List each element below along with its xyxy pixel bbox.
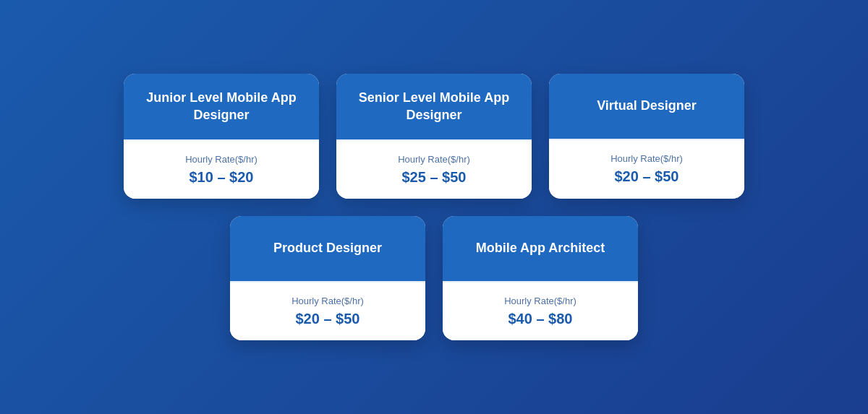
card-header-senior-mobile-designer: Senior Level Mobile App Designer bbox=[336, 74, 532, 139]
hourly-label-junior-mobile-designer: Hourly Rate($/hr) bbox=[138, 154, 305, 165]
hourly-label-mobile-app-architect: Hourly Rate($/hr) bbox=[457, 296, 624, 306]
card-virtual-designer: Virtual Designer Hourly Rate($/hr) $20 –… bbox=[549, 74, 744, 199]
row-bottom: Product Designer Hourly Rate($/hr) $20 –… bbox=[230, 216, 638, 340]
card-header-mobile-app-architect: Mobile App Architect bbox=[443, 216, 638, 281]
main-container: Junior Level Mobile App Designer Hourly … bbox=[102, 52, 766, 362]
row-top: Junior Level Mobile App Designer Hourly … bbox=[124, 74, 744, 199]
card-header-junior-mobile-designer: Junior Level Mobile App Designer bbox=[124, 74, 319, 139]
hourly-label-senior-mobile-designer: Hourly Rate($/hr) bbox=[351, 154, 517, 165]
card-title-mobile-app-architect: Mobile App Architect bbox=[476, 240, 605, 256]
card-header-product-designer: Product Designer bbox=[230, 216, 425, 281]
hourly-label-virtual-designer: Hourly Rate($/hr) bbox=[563, 153, 730, 164]
price-range-mobile-app-architect: $40 – $80 bbox=[457, 311, 624, 327]
price-range-product-designer: $20 – $50 bbox=[244, 311, 411, 327]
price-range-senior-mobile-designer: $25 – $50 bbox=[351, 169, 517, 186]
card-title-product-designer: Product Designer bbox=[273, 240, 382, 256]
hourly-label-product-designer: Hourly Rate($/hr) bbox=[244, 296, 411, 306]
price-range-junior-mobile-designer: $10 – $20 bbox=[138, 169, 305, 186]
card-body-senior-mobile-designer: Hourly Rate($/hr) $25 – $50 bbox=[336, 139, 532, 199]
card-mobile-app-architect: Mobile App Architect Hourly Rate($/hr) $… bbox=[443, 216, 638, 340]
card-body-junior-mobile-designer: Hourly Rate($/hr) $10 – $20 bbox=[124, 139, 319, 199]
card-body-product-designer: Hourly Rate($/hr) $20 – $50 bbox=[230, 281, 425, 340]
card-senior-mobile-designer: Senior Level Mobile App Designer Hourly … bbox=[336, 74, 532, 199]
card-title-junior-mobile-designer: Junior Level Mobile App Designer bbox=[138, 90, 305, 124]
card-title-virtual-designer: Virtual Designer bbox=[597, 98, 697, 114]
card-body-virtual-designer: Hourly Rate($/hr) $20 – $50 bbox=[549, 139, 744, 198]
card-product-designer: Product Designer Hourly Rate($/hr) $20 –… bbox=[230, 216, 425, 340]
card-body-mobile-app-architect: Hourly Rate($/hr) $40 – $80 bbox=[443, 281, 638, 340]
price-range-virtual-designer: $20 – $50 bbox=[563, 168, 730, 185]
card-header-virtual-designer: Virtual Designer bbox=[549, 74, 744, 139]
card-junior-mobile-designer: Junior Level Mobile App Designer Hourly … bbox=[124, 74, 319, 199]
card-title-senior-mobile-designer: Senior Level Mobile App Designer bbox=[351, 90, 517, 124]
